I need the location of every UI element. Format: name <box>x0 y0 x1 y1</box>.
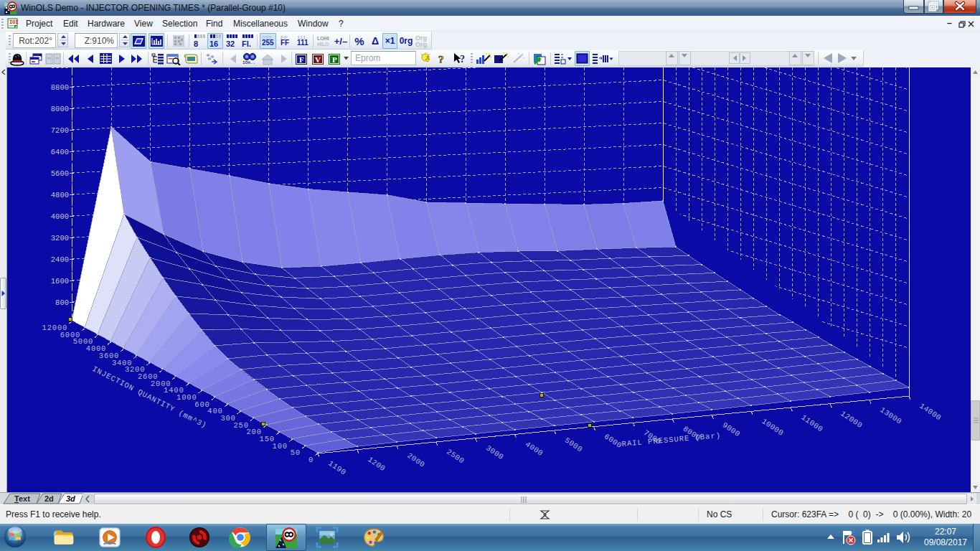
svg-text:255: 255 <box>262 47 272 48</box>
svg-text:V: V <box>315 55 321 64</box>
svg-text:8: 8 <box>194 39 198 48</box>
svg-text:FF: FF <box>281 47 288 48</box>
svg-text:IOI: IOI <box>9 19 19 25</box>
svg-text:2400: 2400 <box>51 255 69 264</box>
svg-text:50: 50 <box>291 448 301 457</box>
svg-text:9600: 9600 <box>51 67 69 70</box>
svg-text:4800: 4800 <box>51 191 69 199</box>
svg-text:?: ? <box>460 54 465 65</box>
svg-text:6400: 6400 <box>51 148 69 156</box>
svg-text:100: 100 <box>273 442 288 451</box>
svg-text:7200: 7200 <box>51 126 69 135</box>
svg-text:Org: Org <box>415 41 427 48</box>
svg-text:16: 16 <box>209 39 218 48</box>
svg-text:FF: FF <box>281 39 289 47</box>
svg-text:LOHI: LOHI <box>317 36 329 41</box>
svg-text:P: P <box>332 55 337 64</box>
svg-text:IOH..: IOH.. <box>242 60 255 65</box>
svg-text:8000: 8000 <box>51 105 69 113</box>
svg-text:HILO: HILO <box>317 42 329 47</box>
svg-text:800: 800 <box>55 298 69 307</box>
svg-text:111: 111 <box>297 39 308 47</box>
svg-text:2d: 2d <box>44 494 54 503</box>
svg-text:1000: 1000 <box>176 393 197 402</box>
svg-text:3200: 3200 <box>51 234 69 242</box>
svg-text:3d: 3d <box>66 494 75 503</box>
svg-text:255: 255 <box>262 39 274 47</box>
svg-text:Fl.: Fl. <box>242 39 251 48</box>
svg-text:?: ? <box>438 54 444 65</box>
svg-text:1600: 1600 <box>51 277 69 286</box>
svg-text:111: 111 <box>297 47 306 48</box>
svg-text:32: 32 <box>226 39 235 48</box>
svg-text:F: F <box>299 55 304 64</box>
svg-text:Text: Text <box>14 494 30 503</box>
svg-text:4000: 4000 <box>51 212 69 221</box>
svg-text:5600: 5600 <box>51 169 69 178</box>
svg-text:8800: 8800 <box>51 83 69 92</box>
svg-text:0: 0 <box>308 456 314 464</box>
